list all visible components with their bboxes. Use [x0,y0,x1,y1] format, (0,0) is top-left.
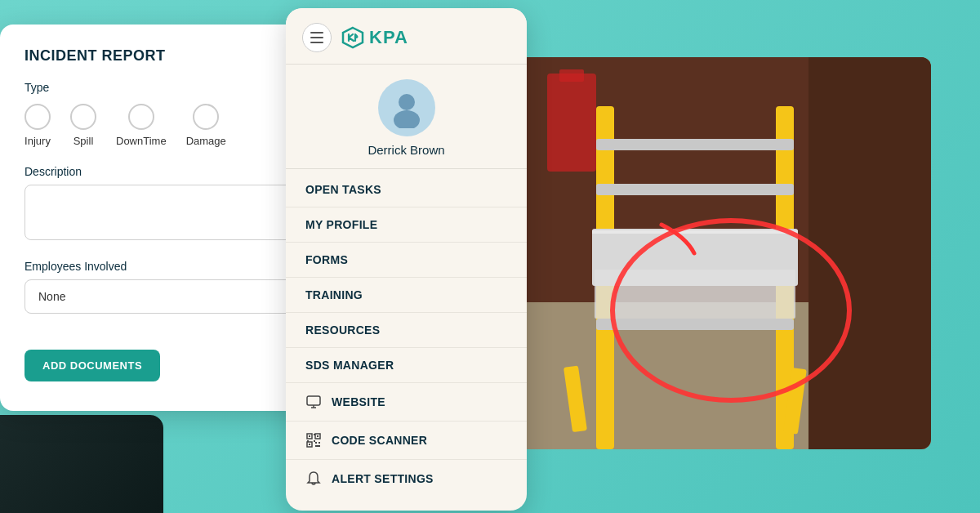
bottom-dark-corner [0,415,163,513]
menu-item-sds-manager-label: SDS MANAGER [305,359,394,372]
menu-item-website[interactable]: WEBSITE [286,383,527,422]
description-label: Description [24,165,314,178]
photo-panel [498,57,931,449]
svg-rect-28 [317,435,318,437]
type-downtime-label: DownTime [116,135,167,147]
employees-select-wrapper: None ▼ [24,279,314,332]
type-label: Type [24,81,314,94]
svg-rect-17 [547,74,596,172]
type-injury[interactable]: Injury [24,104,51,147]
add-documents-button[interactable]: ADD DOCUMENTS [24,350,160,381]
description-textarea[interactable] [24,185,314,240]
employees-select[interactable]: None [24,279,314,314]
avatar [378,79,435,136]
kpa-brand-text: KPA [369,27,408,48]
qr-code-icon [305,432,322,448]
type-injury-label: Injury [24,135,51,147]
menu-item-training-label: TRAINING [305,288,363,301]
svg-rect-3 [808,57,931,449]
svg-rect-34 [314,440,315,442]
menu-item-code-scanner[interactable]: CODE SCANNER [286,422,527,460]
menu-item-sds-manager[interactable]: SDS MANAGER [286,348,527,383]
monitor-icon [305,394,322,410]
incident-report-title: INCIDENT REPORT [24,47,314,65]
menu-item-resources-label: RESOURCES [305,323,380,337]
profile-name: Derrick Brown [368,143,444,157]
menu-item-code-scanner-label: CODE SCANNER [332,434,427,447]
svg-point-20 [399,94,415,110]
type-damage-radio[interactable] [193,104,219,130]
svg-rect-6 [596,139,794,150]
type-damage-label: Damage [186,135,226,147]
profile-section: Derrick Brown [286,65,527,169]
svg-rect-18 [559,69,584,82]
menu-item-alert-settings[interactable]: ALERT SETTINGS [286,460,527,497]
menu-item-resources[interactable]: RESOURCES [286,313,527,348]
avatar-icon [386,87,427,128]
menu-item-my-profile-label: MY PROFILE [305,218,377,231]
employees-label: Employees Involved [24,260,314,273]
svg-marker-19 [343,28,363,47]
svg-rect-35 [314,434,315,435]
type-spill[interactable]: Spill [70,104,96,147]
svg-rect-36 [307,440,309,442]
svg-rect-30 [309,444,310,445]
type-spill-radio[interactable] [70,104,96,130]
menu-header: KPA [286,8,527,65]
kpa-menu-card: KPA Derrick Brown OPEN TASKS MY PROFILE … [286,8,527,511]
bell-icon [305,471,322,487]
type-downtime-radio[interactable] [128,104,154,130]
svg-rect-33 [315,445,320,447]
hamburger-line-3 [310,42,323,43]
hamburger-line-1 [310,32,323,33]
type-spill-label: Spill [74,135,94,147]
menu-item-alert-settings-label: ALERT SETTINGS [332,472,434,485]
menu-item-open-tasks[interactable]: OPEN TASKS [286,172,527,207]
svg-rect-31 [315,442,317,444]
svg-rect-26 [309,435,310,437]
menu-item-website-label: WEBSITE [332,395,385,408]
type-options: Injury Spill DownTime Damage [24,104,314,147]
hamburger-button[interactable] [302,23,332,52]
kpa-logo: KPA [341,26,408,49]
type-downtime[interactable]: DownTime [116,104,167,147]
svg-rect-15 [595,270,795,319]
svg-rect-7 [596,184,794,195]
svg-rect-32 [318,442,320,444]
hamburger-line-2 [310,37,323,38]
menu-item-open-tasks-label: OPEN TASKS [305,183,381,196]
svg-rect-22 [307,396,320,405]
svg-point-21 [394,110,420,128]
menu-item-forms[interactable]: FORMS [286,243,527,278]
svg-rect-10 [596,319,794,330]
kpa-emblem-icon [341,26,364,49]
type-injury-radio[interactable] [24,104,51,130]
svg-rect-12 [592,230,798,234]
menu-item-forms-label: FORMS [305,253,348,266]
menu-item-my-profile[interactable]: MY PROFILE [286,207,527,243]
menu-items-list: OPEN TASKS MY PROFILE FORMS TRAINING RES… [286,169,527,501]
menu-item-training[interactable]: TRAINING [286,278,527,313]
type-damage[interactable]: Damage [186,104,226,147]
